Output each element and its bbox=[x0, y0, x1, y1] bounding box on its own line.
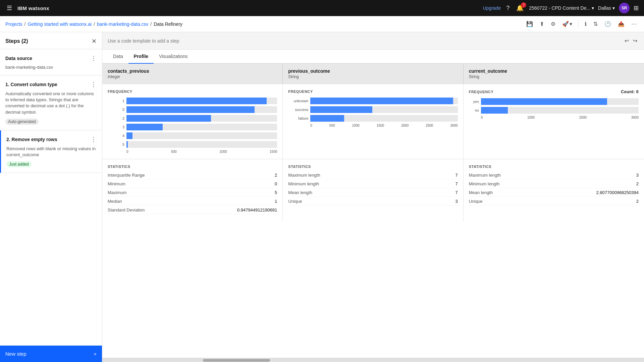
main-layout: Steps (2) ✕ Data source ⋮ bank-marketing… bbox=[0, 32, 644, 362]
step-remove-empty-menu-button[interactable]: ⋮ bbox=[91, 136, 97, 143]
step-data-source: Data source ⋮ bank-marketing-data.csv bbox=[0, 49, 102, 75]
breadcrumb-sep3: / bbox=[150, 21, 152, 27]
stat-row: Maximum 5 bbox=[108, 190, 277, 197]
step-remove-empty-badge: Just added bbox=[6, 161, 32, 167]
hamburger-menu-button[interactable]: ☰ bbox=[5, 3, 13, 13]
bar-row: no bbox=[469, 107, 639, 114]
bar-row: 5 bbox=[108, 141, 277, 148]
jobs-button[interactable]: 🚀 ▾ bbox=[560, 19, 574, 28]
chart-previous-outcome: FREQUENCY unknown success failure bbox=[283, 84, 463, 159]
settings-button[interactable]: ⚙ bbox=[549, 19, 557, 28]
brand-name: IBM watsonx bbox=[17, 5, 49, 11]
breadcrumb: Projects / Getting started with watsonx.… bbox=[5, 21, 182, 27]
bar-row: 4 bbox=[108, 132, 277, 139]
history-button[interactable]: 🕐 bbox=[602, 19, 613, 28]
stat-row: Minimum length 2 bbox=[469, 181, 639, 188]
output-button[interactable]: 📤 bbox=[616, 19, 627, 28]
account-name: 2560722 - CPD Content De... bbox=[529, 5, 590, 11]
schedule-icon: ⇅ bbox=[593, 21, 598, 27]
scroll-thumb[interactable] bbox=[203, 359, 270, 362]
undo-button[interactable]: ↩ bbox=[623, 36, 630, 45]
charts-grid: FREQUENCY 1 0 2 bbox=[102, 84, 644, 159]
app-grid-button[interactable]: ⊞ bbox=[634, 4, 639, 12]
stat-row: Minimum 0 bbox=[108, 181, 277, 188]
stat-row: Mean length 7 bbox=[288, 190, 458, 197]
column-type-contacts-previous: Integer bbox=[108, 74, 277, 79]
bar-row: 1 bbox=[108, 98, 277, 104]
info-button[interactable]: ℹ bbox=[583, 19, 589, 28]
step-remove-empty: 2. Remove empty rows ⋮ Removed rows with… bbox=[0, 130, 102, 173]
step-remove-empty-name: 2. Remove empty rows bbox=[6, 137, 57, 142]
columns-headers-grid: contacts_previous Integer previous_outco… bbox=[102, 64, 644, 84]
account-selector[interactable]: 2560722 - CPD Content De... ▾ bbox=[529, 5, 594, 11]
breadcrumb-bank-marketing[interactable]: bank-marketing-data.csv bbox=[97, 21, 148, 27]
bar-row: 3 bbox=[108, 124, 277, 130]
breadcrumb-projects[interactable]: Projects bbox=[5, 21, 22, 27]
upload-button[interactable]: ⬆ bbox=[538, 19, 546, 28]
stat-row: Maximum length 3 bbox=[469, 173, 639, 179]
code-template-input[interactable] bbox=[108, 38, 623, 44]
step-data-source-menu-button[interactable]: ⋮ bbox=[91, 55, 97, 62]
stat-row: Unique 3 bbox=[288, 199, 458, 205]
stats-title-current-outcome: STATISTICS bbox=[469, 165, 639, 169]
stat-row: Minimum length 7 bbox=[288, 181, 458, 188]
stats-current-outcome: STATISTICS Maximum length 3 Minimum leng… bbox=[464, 159, 644, 222]
stats-title-previous-outcome: STATISTICS bbox=[288, 165, 458, 169]
step-remove-empty-desc: Removed rows with blank or missing value… bbox=[6, 146, 97, 158]
bar-row: 2 bbox=[108, 115, 277, 122]
chart-contacts-previous: FREQUENCY 1 0 2 bbox=[102, 84, 283, 159]
new-step-label: New step bbox=[5, 351, 26, 357]
column-header-current-outcome: current_outcome String bbox=[464, 64, 644, 84]
upgrade-link[interactable]: Upgrade bbox=[483, 5, 501, 11]
sidebar-header: Steps (2) ✕ bbox=[0, 32, 102, 49]
avatar-button[interactable]: SR bbox=[619, 3, 630, 13]
top-nav-right: Upgrade ? 🔔 7 2560722 - CPD Content De..… bbox=[483, 3, 639, 13]
sidebar-title: Steps (2) bbox=[5, 38, 28, 44]
stats-previous-outcome: STATISTICS Maximum length 7 Minimum leng… bbox=[283, 159, 463, 222]
stat-row: Interquartile Range 2 bbox=[108, 173, 277, 179]
step-data-source-file: bank-marketing-data.csv bbox=[5, 65, 97, 70]
more-options-button[interactable]: ⋯ bbox=[629, 19, 639, 28]
bar-row: unknown bbox=[288, 98, 458, 104]
bar-row: failure bbox=[288, 115, 458, 122]
toolbar-icons: 💾 ⬆ ⚙ 🚀 ▾ ℹ ⇅ 🕐 📤 ⋯ bbox=[524, 19, 639, 28]
column-type-current-outcome: String bbox=[469, 74, 639, 79]
step-convert-column-name: 1. Convert column type bbox=[5, 82, 57, 87]
tabs-bar: Data Profile Visualizations bbox=[102, 50, 644, 64]
chart-title-current-outcome: FREQUENCY Count: 0 bbox=[469, 89, 639, 94]
upload-icon: ⬆ bbox=[540, 21, 544, 27]
save-button[interactable]: 💾 bbox=[524, 19, 535, 28]
bar-row: 0 bbox=[108, 106, 277, 113]
tab-visualizations[interactable]: Visualizations bbox=[154, 50, 193, 64]
help-button[interactable]: ? bbox=[505, 3, 511, 13]
region-selector[interactable]: Dallas ▾ bbox=[598, 5, 615, 11]
stat-row: Maximum length 7 bbox=[288, 173, 458, 179]
tab-data[interactable]: Data bbox=[108, 50, 128, 64]
step-convert-column-menu-button[interactable]: ⋮ bbox=[91, 81, 97, 88]
code-template-bar: ↩ ↪ bbox=[102, 32, 644, 50]
bar-chart-contacts-previous: 1 0 2 3 bbox=[108, 98, 277, 154]
sidebar: Steps (2) ✕ Data source ⋮ bank-marketing… bbox=[0, 32, 102, 362]
bar-chart-previous-outcome: unknown success failure 0 bbox=[288, 98, 458, 127]
stats-contacts-previous: STATISTICS Interquartile Range 2 Minimum… bbox=[102, 159, 283, 222]
new-step-button[interactable]: New step + bbox=[0, 346, 102, 362]
bar-row: yes bbox=[469, 98, 639, 105]
history-icon: 🕐 bbox=[604, 21, 611, 27]
breadcrumb-getting-started[interactable]: Getting started with watsonx.ai bbox=[28, 21, 92, 27]
main-content: ↩ ↪ Data Profile Visualizations contacts… bbox=[102, 32, 644, 362]
chart-current-outcome: FREQUENCY Count: 0 yes no 0 bbox=[464, 84, 644, 159]
step-convert-column-desc: Automatically converted one or more colu… bbox=[5, 91, 97, 115]
step-convert-column-header: 1. Convert column type ⋮ bbox=[5, 81, 97, 88]
column-name-current-outcome: current_outcome bbox=[469, 68, 639, 74]
tab-profile[interactable]: Profile bbox=[128, 50, 154, 64]
more-icon: ⋯ bbox=[631, 21, 637, 27]
schedule-button[interactable]: ⇅ bbox=[591, 19, 600, 28]
column-header-previous-outcome: previous_outcome String bbox=[283, 64, 463, 84]
redo-button[interactable]: ↪ bbox=[632, 36, 639, 45]
bottom-scrollbar[interactable] bbox=[102, 358, 644, 362]
step-convert-badge: Auto-generated bbox=[5, 119, 39, 125]
sidebar-close-button[interactable]: ✕ bbox=[92, 38, 97, 45]
notifications-button[interactable]: 🔔 7 bbox=[515, 3, 525, 13]
top-nav-left: ☰ IBM watsonx bbox=[5, 3, 49, 13]
step-convert-column: 1. Convert column type ⋮ Automatically c… bbox=[0, 75, 102, 130]
